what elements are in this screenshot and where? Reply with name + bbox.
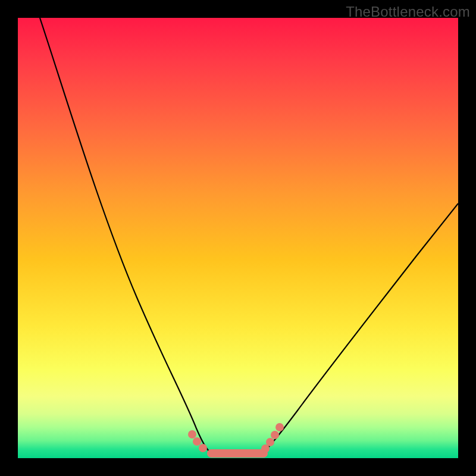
right-curve xyxy=(261,203,458,455)
left-dot-3 xyxy=(199,444,207,452)
left-dot-1 xyxy=(188,430,196,439)
left-curve xyxy=(40,18,214,455)
watermark-text: TheBottleneck.com xyxy=(346,4,470,20)
right-dot-2 xyxy=(266,438,274,446)
plot-area xyxy=(18,18,458,458)
chart-svg xyxy=(18,18,458,458)
right-dot-4 xyxy=(275,423,284,431)
chart-frame: TheBottleneck.com xyxy=(0,0,476,476)
left-dot-2 xyxy=(193,437,201,446)
valley-flat-band xyxy=(207,449,268,458)
right-dot-3 xyxy=(271,431,279,439)
